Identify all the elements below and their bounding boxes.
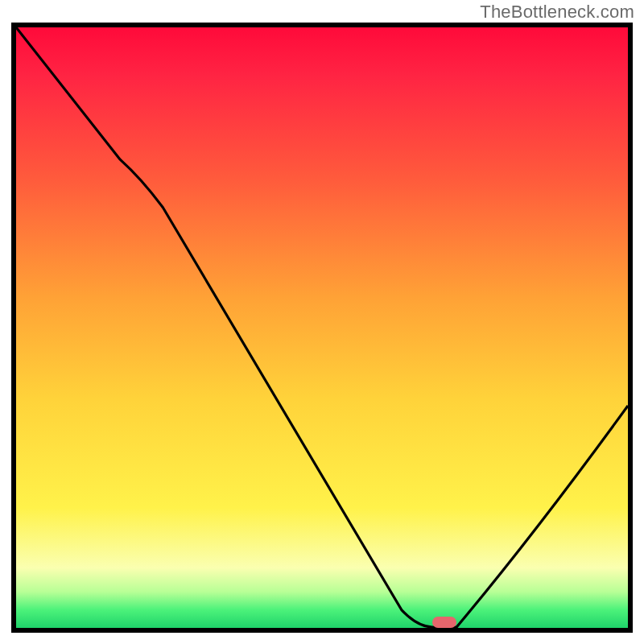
bottleneck-curve-path bbox=[16, 27, 628, 627]
baseline-marker bbox=[432, 617, 456, 628]
watermark-label: TheBottleneck.com bbox=[480, 2, 634, 23]
figure-container: TheBottleneck.com bbox=[0, 0, 644, 644]
bottleneck-curve-svg bbox=[16, 27, 628, 628]
plot-area bbox=[11, 23, 633, 633]
